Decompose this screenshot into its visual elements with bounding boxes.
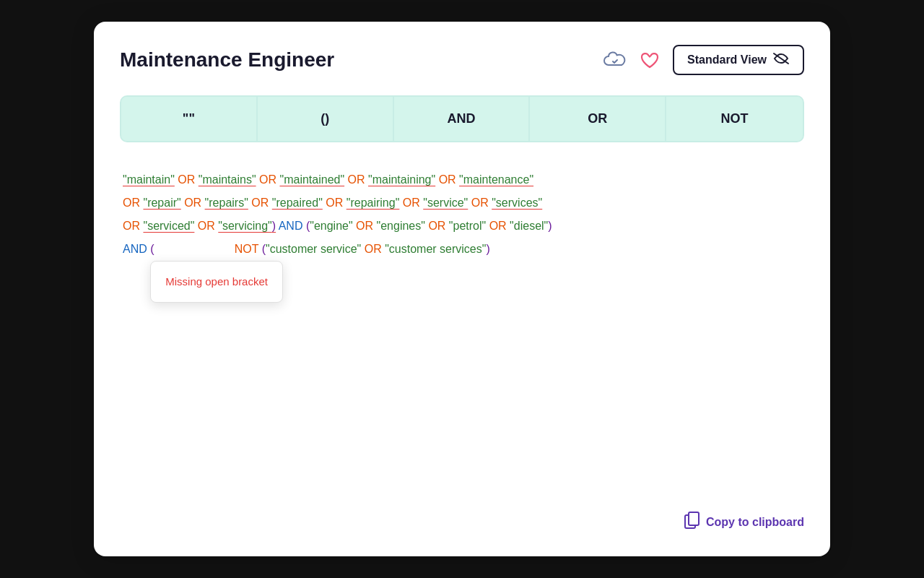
token: "diesel" [510,215,548,238]
standard-view-button[interactable]: Standard View [673,45,804,75]
copy-label: Copy to clipboard [706,516,804,529]
token: OR [344,168,368,191]
token: NOT [154,238,262,261]
cloud-button[interactable] [603,51,627,69]
tooltip-anchor: ( Missing open bracket [150,238,154,261]
tooltip-message: Missing open bracket [165,275,268,288]
query-line-1: "maintain" OR "maintains" OR "maintained… [123,168,801,191]
token: OR [353,215,377,238]
token: ) [548,215,552,238]
token: "services" [492,191,542,215]
token: OR [425,215,449,238]
token: "maintained" [279,168,344,191]
favorite-button[interactable] [640,51,660,69]
token: OR [194,215,218,238]
standard-view-label: Standard View [687,53,767,66]
query-line-2: OR "repair" OR "repairs" OR "repaired" O… [123,191,801,215]
query-toolbar: "" () AND OR NOT [120,95,804,142]
token: OR [123,215,143,238]
token: "engines" [377,215,425,238]
header-actions: Standard View [603,45,804,75]
token: "repairing" [346,191,400,215]
token: "serviced" [143,215,194,238]
token: "servicing" [218,215,272,238]
token: "maintain" [123,168,175,191]
token: OR [256,168,280,191]
token: OR [181,191,205,215]
toolbar-parens[interactable]: () [258,97,394,141]
toolbar-or[interactable]: OR [530,97,666,141]
copy-to-clipboard-button[interactable]: Copy to clipboard [684,512,804,533]
token: "repaired" [272,191,323,215]
token: "repairs" [205,191,248,215]
header: Maintenance Engineer Standard View [120,45,804,75]
token: OR [435,168,459,191]
token: OR [468,191,492,215]
token: "petrol" [449,215,486,238]
token: OR [123,191,143,215]
query-line-4: AND ( Missing open bracket NOT ( "custom… [123,238,801,261]
token: "maintains" [199,168,256,191]
error-tooltip: Missing open bracket [150,261,283,303]
copy-icon [684,512,700,533]
token: OR [323,191,346,215]
token: "customer services" [385,238,486,261]
token: ) [486,238,489,261]
eye-slash-icon [772,52,790,68]
token: OR [399,191,423,215]
token: "maintaining" [368,168,435,191]
query-line-3: OR "serviced" OR "servicing" ) AND ( "en… [123,215,801,238]
svg-rect-1 [689,512,699,525]
main-window: Maintenance Engineer Standard View [94,22,830,556]
toolbar-and[interactable]: AND [394,97,531,141]
token: "maintenance" [459,168,533,191]
token: "repair" [143,191,180,215]
token: "service" [423,191,468,215]
token: OR [361,238,385,261]
token: OR [248,191,272,215]
token: AND [276,215,306,238]
token: "customer service" [266,238,361,261]
toolbar-not[interactable]: NOT [666,97,803,141]
token: OR [486,215,510,238]
token: AND [123,238,150,261]
token: OR [175,168,199,191]
token: "engine" [310,215,352,238]
token: ( [150,243,154,255]
toolbar-quotes[interactable]: "" [121,97,258,141]
query-area[interactable]: "maintain" OR "maintains" OR "maintained… [120,160,804,362]
page-title: Maintenance Engineer [120,48,334,72]
